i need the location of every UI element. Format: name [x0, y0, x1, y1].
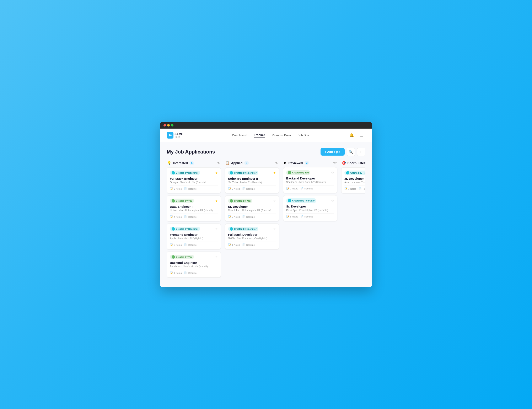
card-footer: 📝 3 Notes 📄 Resume	[345, 186, 365, 190]
job-card[interactable]: Created by You ☆ Sr. Developer Mooch Inc…	[225, 195, 279, 222]
creator-avatar	[172, 171, 175, 175]
job-card[interactable]: Created by Recruiter ☆ Jr. Developer Ama…	[341, 167, 365, 193]
job-card[interactable]: Created by Recruiter ☆ Fullstack Develop…	[225, 223, 279, 250]
resume-label: Resume	[304, 187, 313, 190]
card-company: Facebook · New York, NY (Hybrid)	[170, 265, 218, 268]
column-count-applied: 3	[244, 161, 249, 165]
logo-brand: JAMS	[175, 132, 183, 136]
card-top-row: Created by You ☆	[170, 255, 218, 259]
notes-count: 2 Notes	[174, 187, 182, 190]
card-notes-meta: 📝 1 Notes	[286, 187, 298, 190]
creator-avatar	[346, 171, 349, 175]
resume-label: Resume	[246, 216, 255, 218]
nav-item-job-box[interactable]: Job Box	[298, 132, 309, 138]
card-top-row: Created by You ☆	[228, 199, 276, 203]
card-location: · San Francisco, CA (Hybrid)	[236, 237, 267, 240]
notes-count: 1 Notes	[174, 272, 182, 274]
nav-item-resume-bank[interactable]: Resume Bank	[272, 132, 291, 138]
card-location: · New York, NY (Remote)	[354, 181, 365, 184]
creator-badge: Created by You	[170, 255, 194, 259]
notes-count: 3 Notes	[348, 187, 356, 190]
nav-item-tracker[interactable]: Tracker	[254, 132, 265, 138]
column-title-area: 💡 Interested 5	[167, 161, 194, 165]
logo-text-group: JAMS NEXT	[175, 132, 183, 138]
card-resume-meta: 📄 Resume	[242, 215, 255, 218]
card-resume-meta: 📄 Resume	[359, 187, 365, 190]
star-button[interactable]: ☆	[331, 171, 334, 175]
card-location: · New York, NY (Remote)	[298, 181, 326, 184]
column-applied: 📋 Applied 3 👁 Created by Recruiter ★ Sof…	[225, 161, 279, 279]
creator-badge: Created by You	[286, 170, 311, 175]
creator-badge: Created by You	[228, 199, 252, 203]
card-top-row: Created by Recruiter ☆	[345, 170, 365, 175]
star-button[interactable]: ☆	[273, 199, 276, 203]
card-notes-meta: 📝 2 Notes	[170, 187, 182, 190]
job-card[interactable]: Created by Recruiter ★ Software Engineer…	[225, 167, 279, 193]
search-icon: 🔍	[349, 150, 353, 154]
nav-item-dashboard[interactable]: Dashboard	[232, 132, 247, 138]
menu-button[interactable]: ☰	[358, 131, 365, 139]
column-reviewed: 🖥 Reviewed 2 👁 Created by You ☆ Backend …	[283, 161, 337, 279]
notes-icon: 📝	[170, 187, 173, 190]
card-footer: 📝 1 Notes 📄 Resume	[228, 242, 276, 246]
notes-count: 1 Notes	[232, 244, 240, 246]
creator-label: Created by Recruiter	[234, 172, 257, 174]
card-company: Apple · New York, NY (Hybrid)	[170, 237, 218, 240]
card-footer: 📝 3 Notes 📄 Resume	[170, 242, 218, 246]
notes-count: 1 Notes	[290, 187, 298, 190]
star-button[interactable]: ☆	[273, 227, 276, 231]
job-card[interactable]: Created by You ☆ Backend Developer SeatG…	[283, 167, 337, 193]
resume-icon: 📄	[300, 187, 303, 190]
star-button[interactable]: ★	[215, 171, 218, 175]
column-shortlisted: 🎯 Short-Listed 1 👁 Created by Recruiter …	[341, 161, 365, 279]
column-title-shortlisted: Short-Listed	[347, 161, 365, 165]
logo-area: JAMS NEXT	[167, 132, 183, 139]
card-top-row: Created by You ★	[170, 199, 218, 203]
column-title-reviewed: Reviewed	[289, 161, 303, 165]
card-notes-meta: 📝 5 Notes	[286, 215, 298, 218]
column-title-area: 🖥 Reviewed 2	[284, 161, 309, 165]
card-job-title: Software Engineer II	[228, 177, 276, 180]
column-header-applied: 📋 Applied 3 👁	[225, 161, 279, 165]
star-button[interactable]: ☆	[331, 199, 334, 203]
creator-badge: Created by Recruiter	[345, 170, 365, 175]
card-resume-meta: 📄 Resume	[300, 215, 313, 218]
resume-label: Resume	[188, 272, 196, 274]
job-card[interactable]: Created by Recruiter ☆ Sr. Developer Cas…	[283, 195, 337, 221]
search-button[interactable]: 🔍	[347, 148, 355, 156]
column-eye-applied[interactable]: 👁	[275, 161, 279, 165]
add-job-button[interactable]: + Add a job	[320, 148, 345, 156]
star-button[interactable]: ★	[215, 199, 218, 203]
card-job-title: Backend Developer	[286, 177, 334, 180]
card-notes-meta: 📝 3 Notes	[345, 187, 356, 190]
page-title: My Job Applications	[167, 149, 215, 155]
browser-dot-yellow	[167, 124, 170, 127]
notes-icon: 📝	[286, 215, 289, 218]
star-button[interactable]: ★	[273, 171, 276, 175]
notes-count: 3 Notes	[174, 244, 182, 246]
card-top-row: Created by Recruiter ☆	[170, 227, 218, 231]
column-eye-reviewed[interactable]: 👁	[333, 161, 337, 165]
notification-button[interactable]: 🔔	[348, 131, 355, 139]
notes-icon: 📝	[170, 243, 173, 246]
column-icon-interested: 💡	[167, 161, 171, 165]
star-button[interactable]: ☆	[215, 255, 218, 259]
resume-label: Resume	[188, 244, 196, 246]
card-footer: 📝 1 Notes 📄 Resume	[170, 270, 218, 274]
resume-icon: 📄	[359, 187, 362, 190]
notes-icon: 📝	[228, 187, 231, 190]
creator-label: Created by You	[176, 200, 193, 202]
job-card[interactable]: Created by Recruiter ★ Fullstack Enginee…	[167, 167, 221, 193]
column-eye-interested[interactable]: 👁	[217, 161, 220, 165]
card-location: · Philadelphia, PA (Remote)	[241, 209, 271, 212]
filter-button[interactable]: ⊟	[357, 148, 365, 156]
card-resume-meta: 📄 Resume	[184, 215, 196, 218]
job-card[interactable]: Created by Recruiter ☆ Frontend Engineer…	[167, 223, 221, 250]
job-card[interactable]: Created by You ★ Data Engineer II Notion…	[167, 195, 221, 222]
creator-label: Created by Recruiter	[176, 172, 198, 174]
job-card[interactable]: Created by You ☆ Backend Engineer Facebo…	[167, 251, 221, 278]
card-resume-meta: 📄 Resume	[242, 187, 255, 190]
star-button[interactable]: ☆	[215, 227, 218, 231]
creator-avatar	[172, 227, 175, 231]
column-title-applied: Applied	[231, 161, 243, 165]
